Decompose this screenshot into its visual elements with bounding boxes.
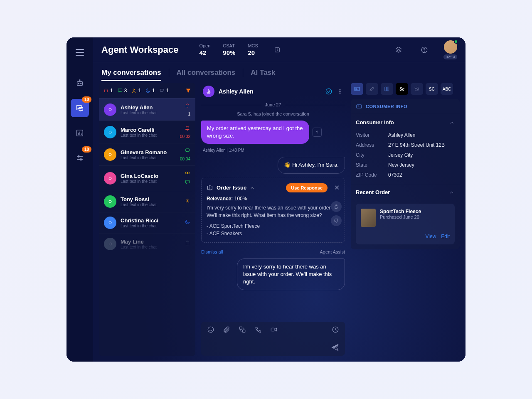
- tab-all-conversations[interactable]: All conversations: [177, 65, 236, 80]
- svg-rect-0: [77, 81, 83, 85]
- info-tab-brand[interactable]: Se: [396, 83, 408, 95]
- conversation-item[interactable]: Tony RossiLast text in the chat: [99, 191, 195, 212]
- chat-icon: [185, 148, 190, 153]
- agent-message: 👋 Hi Ashley. I'm Sara.: [278, 157, 345, 173]
- conv-avatar: [104, 238, 116, 250]
- info-tab-edit[interactable]: [366, 83, 378, 95]
- conversation-item[interactable]: Ginevera RomanoLast text in the chat 00:…: [99, 143, 195, 165]
- check-circle-icon[interactable]: [325, 88, 332, 95]
- conv-subtitle: Last text in the chat: [121, 245, 180, 249]
- filter-moon[interactable]: 1: [145, 88, 155, 94]
- info-tab-consumer[interactable]: [351, 83, 363, 95]
- close-button[interactable]: ✕: [334, 184, 340, 192]
- use-response-button[interactable]: Use Response: [286, 183, 328, 192]
- link-icon: [185, 170, 190, 176]
- conv-avatar: [104, 148, 116, 161]
- conv-subtitle: Last text in the chat: [121, 224, 180, 228]
- svg-point-2: [81, 83, 81, 84]
- order-edit-link[interactable]: Edit: [441, 234, 450, 239]
- conv-name: Gina LoCascio: [121, 173, 180, 179]
- dismiss-all-link[interactable]: Dismiss all: [201, 249, 223, 254]
- conv-avatar: [104, 103, 116, 116]
- info-toolbar: Se SC ABC: [351, 83, 460, 95]
- info-column: Se SC ABC CONSUMER INFO Consumer Info Vi…: [351, 83, 460, 356]
- sidebar-analytics[interactable]: [71, 124, 89, 142]
- user-menu[interactable]: 02:14: [443, 40, 457, 59]
- order-view-link[interactable]: View: [426, 234, 436, 239]
- chevron-up-icon: [449, 190, 455, 195]
- conv-name: Christina Ricci: [121, 217, 180, 224]
- more-icon[interactable]: [337, 88, 343, 95]
- conv-subtitle: Last text in the chat: [121, 111, 180, 115]
- info-tab-history[interactable]: [411, 83, 423, 95]
- section-consumer-info[interactable]: Consumer Info: [351, 114, 460, 131]
- consumer-fields: VisitorAshley AllenAddress27 E 94th Stre…: [351, 131, 460, 184]
- info-tab-abc[interactable]: ABC: [441, 83, 453, 95]
- conv-subtitle: Last text in the chat: [121, 179, 180, 184]
- conversation-item[interactable]: Gina LoCascioLast text in the chat: [99, 165, 195, 191]
- assist-card: Order Issue Use Response ✕ Relevance: 10…: [201, 178, 345, 243]
- emoji-icon[interactable]: [207, 326, 214, 333]
- svg-rect-19: [185, 180, 189, 183]
- hamburger-menu[interactable]: [76, 49, 84, 56]
- sidebar: 10 10: [66, 37, 93, 362]
- kpi-csat: CSAT90%: [223, 43, 235, 56]
- tab-my-conversations[interactable]: My conversations: [101, 65, 161, 80]
- chevron-up-icon[interactable]: [250, 185, 255, 190]
- help-button[interactable]: [418, 43, 431, 57]
- sidebar-settings[interactable]: 10: [71, 149, 89, 167]
- svg-point-29: [208, 327, 214, 332]
- sidebar-bot[interactable]: [71, 74, 89, 92]
- info-button[interactable]: [271, 43, 284, 57]
- svg-point-26: [340, 89, 340, 90]
- conversation-item[interactable]: May LineLast text in the chat: [99, 233, 195, 254]
- order-date: Purchased June 20: [380, 214, 421, 219]
- message-row: My order arrived yesterday and I got the…: [201, 121, 345, 144]
- phone-icon[interactable]: [254, 326, 262, 333]
- avatar-glyph-icon: [107, 107, 113, 113]
- thumbs-up-icon: [333, 204, 339, 209]
- layers-button[interactable]: [392, 43, 405, 57]
- info-tab-sc[interactable]: SC: [426, 83, 438, 95]
- filter-icon[interactable]: [185, 88, 191, 94]
- date-separator: June 27: [201, 102, 345, 107]
- id-icon: [356, 103, 362, 110]
- conversation-item[interactable]: Ashley AllenLast text in the chat 1: [99, 98, 195, 121]
- conversation-list: 1 3 1 1 1 Ashley AllenLast text in the c…: [99, 83, 195, 356]
- filter-chat[interactable]: 3: [117, 88, 127, 94]
- message-row: I'm very sorry to hear there was an issu…: [201, 259, 345, 291]
- svg-rect-11: [160, 89, 163, 91]
- sidebar-conversations[interactable]: 10: [71, 99, 89, 117]
- clock-icon[interactable]: [332, 326, 339, 333]
- layers-icon: [395, 46, 402, 54]
- send-button[interactable]: [331, 343, 339, 352]
- app-shell: 10 10 Agent Workspace Open42 CSAT90% MCS…: [66, 37, 466, 362]
- svg-point-14: [109, 153, 111, 156]
- attachment-icon[interactable]: [223, 326, 230, 333]
- bell-icon: [185, 125, 190, 131]
- chat-icon: [75, 103, 84, 113]
- filter-user[interactable]: 1: [131, 88, 141, 94]
- conversation-item[interactable]: Christina RicciLast text in the chat: [99, 212, 195, 233]
- info-icon: [273, 46, 281, 54]
- agent-message: I'm very sorry to hear there was an issu…: [237, 259, 345, 291]
- book-icon: [207, 185, 213, 191]
- tab-ai-task[interactable]: AI Task: [251, 65, 275, 80]
- svg-rect-32: [271, 328, 275, 331]
- kpi-mcs: MCS20: [248, 43, 258, 56]
- info-tab-columns[interactable]: [381, 83, 393, 95]
- conv-time: 00:04: [180, 157, 190, 161]
- filter-bell[interactable]: 1: [103, 88, 113, 94]
- video-icon[interactable]: [270, 326, 278, 333]
- chat-icon: [117, 88, 123, 94]
- transfer-icon[interactable]: [239, 326, 246, 333]
- section-recent-order[interactable]: Recent Order: [351, 184, 460, 200]
- svg-point-17: [185, 172, 187, 174]
- intent-button[interactable]: [313, 128, 322, 137]
- bell-icon: [185, 103, 190, 108]
- thumbs-down-button[interactable]: [331, 215, 342, 226]
- thumbs-up-button[interactable]: [331, 201, 342, 212]
- info-field: StateNew Jersey: [356, 162, 455, 168]
- conversation-item[interactable]: Marco CarelliLast text in the chat -00:0…: [99, 121, 195, 143]
- filter-forward[interactable]: 1: [159, 88, 169, 94]
